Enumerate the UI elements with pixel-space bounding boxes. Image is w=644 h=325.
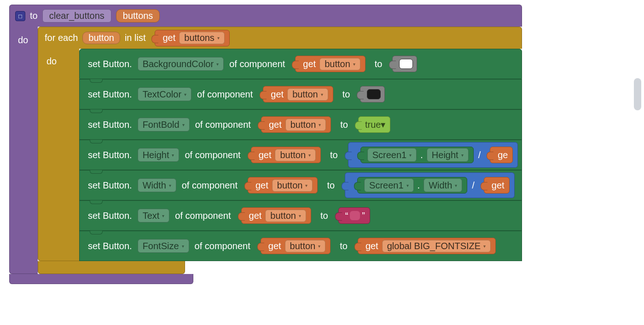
set-prefix-label: set Button. <box>88 59 132 69</box>
chevron-down-icon: ▾ <box>308 153 311 158</box>
variable-field[interactable]: button▾ <box>265 210 306 222</box>
divide-operator: / <box>472 180 475 191</box>
set-property-block[interactable]: set Button. TextColor▾ of component get … <box>79 79 522 109</box>
property-dropdown[interactable]: TextColor▾ <box>138 87 191 101</box>
get-button-block[interactable]: get button▾ <box>241 207 311 224</box>
foreach-footer <box>38 261 185 274</box>
get-button-block[interactable]: get button▾ <box>248 177 318 194</box>
variable-field[interactable]: global BIG_FONTSIZE▾ <box>382 240 491 252</box>
property-dropdown[interactable]: FontSize▾ <box>138 239 189 253</box>
foreach-block[interactable]: for each button in list get buttons▾ <box>38 27 522 274</box>
keyword-get: get <box>366 241 378 251</box>
color-swatch[interactable] <box>399 59 413 69</box>
variable-field[interactable]: button▾ <box>272 179 313 192</box>
screen-property-block[interactable]: Screen1▾ . Width▾ <box>357 177 467 194</box>
property-dropdown[interactable]: FontBold▾ <box>138 118 190 131</box>
set-prefix-label: set Button. <box>88 241 132 251</box>
property-dropdown[interactable]: BackgroundColor▾ <box>138 57 224 71</box>
procedure-definition-block[interactable]: ◻ to clear_buttons buttons do for each b… <box>9 5 522 284</box>
to-label: to <box>340 241 348 251</box>
procedure-param[interactable]: buttons <box>116 9 160 23</box>
to-label: to <box>340 120 348 130</box>
to-label: to <box>327 180 335 191</box>
get-button-block[interactable]: get button▾ <box>251 147 321 163</box>
get-button-block[interactable]: get button▾ <box>261 116 331 133</box>
screen-property-block[interactable]: Screen1▾ . Height▾ <box>360 147 474 163</box>
boolean-block[interactable]: true ▾ <box>358 116 390 133</box>
of-component-label: of component <box>229 59 285 69</box>
chevron-down-icon: ▾ <box>299 213 301 218</box>
property-dropdown[interactable]: Height▾ <box>138 148 180 162</box>
color-block[interactable] <box>360 86 385 103</box>
variable-field[interactable]: button▾ <box>319 58 360 70</box>
foreach-header[interactable]: for each button in list get buttons▾ <box>38 27 522 49</box>
get-button-block[interactable]: get button▾ <box>263 86 333 103</box>
keyword-get: get <box>268 241 281 251</box>
set-property-block[interactable]: set Button. Text▾ of component get butto… <box>79 200 522 231</box>
math-divide-block[interactable]: Screen1▾ . Height▾ / ge <box>348 142 518 168</box>
chevron-down-icon: ▾ <box>184 92 186 97</box>
color-block[interactable] <box>392 56 417 72</box>
keyword-get: get <box>162 33 175 43</box>
get-button-block[interactable]: get button▾ <box>295 56 365 72</box>
get-button-block[interactable]: get button▾ <box>261 238 331 254</box>
get-variable-block[interactable]: get <box>484 177 510 194</box>
of-component-label: of component <box>175 211 231 221</box>
dot-label: . <box>420 150 423 160</box>
property-field[interactable]: Height▾ <box>427 148 469 162</box>
chevron-down-icon: ▾ <box>182 122 185 127</box>
quote-close: ” <box>362 211 365 221</box>
blocks-canvas[interactable]: ◻ to clear_buttons buttons do for each b… <box>0 0 644 289</box>
set-property-block[interactable]: set Button. FontSize▾ of component get b… <box>79 231 522 261</box>
get-variable-block[interactable]: ge <box>490 147 513 163</box>
math-divide-block[interactable]: Screen1▾ . Width▾ / get <box>345 172 515 198</box>
boolean-value: true <box>365 120 381 130</box>
procedure-name-field[interactable]: clear_buttons <box>42 9 111 23</box>
component-field[interactable]: Screen1▾ <box>367 148 417 162</box>
property-dropdown[interactable]: Width▾ <box>138 178 176 192</box>
dot-label: . <box>418 180 420 191</box>
variable-field[interactable]: button▾ <box>285 240 326 252</box>
variable-field[interactable]: button▾ <box>287 88 328 101</box>
foreach-variable-field[interactable]: button <box>82 32 120 44</box>
variable-field[interactable]: button▾ <box>275 149 316 161</box>
text-block[interactable]: “” <box>338 207 370 224</box>
chevron-down-icon: ▾ <box>461 153 464 158</box>
property-field[interactable]: Width▾ <box>424 178 462 192</box>
keyword-get: get <box>255 180 268 191</box>
of-component-label: of component <box>195 120 251 130</box>
chevron-down-icon: ▾ <box>305 183 307 188</box>
property-dropdown[interactable]: Text▾ <box>138 209 170 222</box>
gear-icon[interactable]: ◻ <box>15 11 25 21</box>
procedure-header[interactable]: ◻ to clear_buttons buttons <box>9 5 522 27</box>
chevron-down-icon: ▾ <box>318 244 320 249</box>
color-swatch[interactable] <box>367 89 381 99</box>
variable-field[interactable]: button▾ <box>285 119 326 131</box>
divide-operator: / <box>478 150 481 160</box>
chevron-down-icon: ▾ <box>319 122 321 127</box>
chevron-down-icon: ▾ <box>406 183 409 188</box>
set-property-block[interactable]: set Button. BackgroundColor▾ of componen… <box>79 49 522 79</box>
set-property-block[interactable]: set Button. Height▾ of component get but… <box>79 140 522 170</box>
set-property-block[interactable]: set Button. Width▾ of component get butt… <box>79 170 522 200</box>
chevron-down-icon: ▾ <box>216 62 219 67</box>
set-property-block[interactable]: set Button. FontBold▾ of component get b… <box>79 109 522 140</box>
chevron-down-icon: ▾ <box>409 153 412 158</box>
set-prefix-label: set Button. <box>88 150 132 160</box>
scrollbar-thumb[interactable] <box>634 78 641 110</box>
of-component-label: of component <box>182 180 238 191</box>
text-field[interactable] <box>350 211 360 220</box>
set-prefix-label: set Button. <box>88 180 132 191</box>
keyword-get: get <box>303 59 316 69</box>
get-variable-block[interactable]: get global BIG_FONTSIZE▾ <box>358 238 496 254</box>
variable-field[interactable]: buttons▾ <box>179 32 225 44</box>
procedure-footer <box>9 274 193 284</box>
component-field[interactable]: Screen1▾ <box>364 178 414 192</box>
keyword-get: get <box>271 89 284 100</box>
chevron-down-icon: ▾ <box>182 244 184 249</box>
chevron-down-icon: ▾ <box>321 92 323 97</box>
chevron-down-icon: ▾ <box>169 183 171 188</box>
keyword-foreach: for each <box>45 33 78 43</box>
get-buttons-block[interactable]: get buttons▾ <box>155 30 229 46</box>
quote-open: “ <box>345 211 348 221</box>
